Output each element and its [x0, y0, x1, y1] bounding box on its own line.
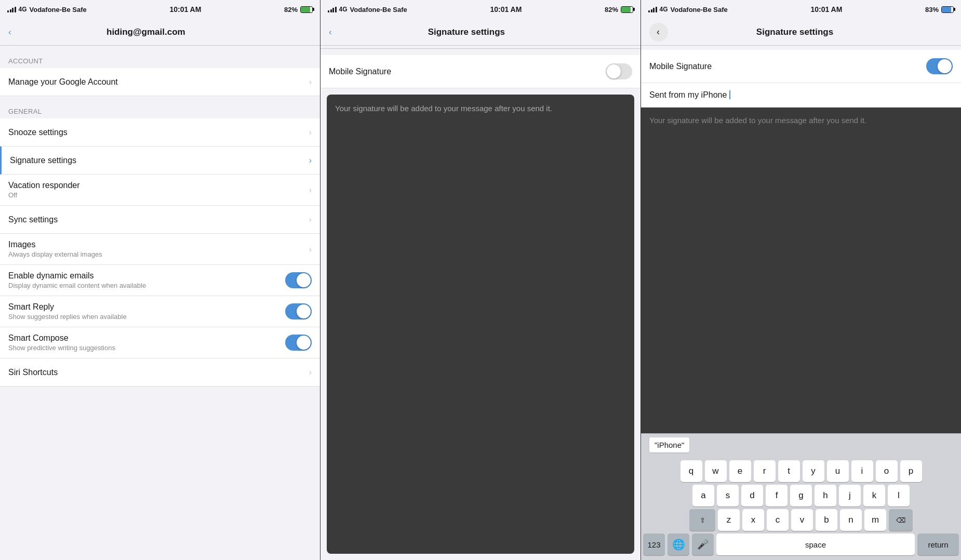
keyboard-row-1: q w e r t y u i o p [643, 460, 959, 482]
settings-item-smart-reply: Smart Reply Show suggested replies when … [0, 296, 320, 327]
toggle-mobile-signature-3[interactable] [926, 58, 953, 74]
page-title-3: Signature settings [668, 27, 922, 37]
page-title-1: hiding@gmail.com [11, 27, 281, 37]
key-l[interactable]: l [888, 485, 910, 506]
key-space[interactable]: space [716, 534, 915, 555]
key-i[interactable]: i [851, 460, 873, 482]
key-o[interactable]: o [876, 460, 898, 482]
panel-account-settings: 4G Vodafone-Be Safe 10:01 AM 82% ‹ hidin… [0, 0, 321, 560]
settings-item-snooze[interactable]: Snooze settings › [0, 118, 320, 146]
settings-subtitle-smart-compose: Show predictive writing suggestions [8, 344, 285, 352]
battery-percent-2: 82% [605, 6, 618, 14]
keyboard-row-2: a s d f g h j k l [643, 485, 959, 506]
chevron-icon-siri: › [309, 368, 312, 377]
chevron-icon-sync: › [309, 215, 312, 224]
key-b[interactable]: b [816, 509, 837, 531]
key-a[interactable]: a [692, 485, 714, 506]
settings-item-vacation[interactable]: Vacation responder Off › [0, 175, 320, 206]
mobile-signature-row-2: Mobile Signature [321, 55, 640, 88]
key-h[interactable]: h [815, 485, 836, 506]
panel-signature-off: 4G Vodafone-Be Safe 10:01 AM 82% ‹ Signa… [321, 0, 641, 560]
settings-subtitle-vacation: Off [8, 191, 309, 199]
settings-subtitle-images: Always display external images [8, 250, 309, 258]
chevron-icon-signature: › [309, 156, 312, 165]
key-v[interactable]: v [791, 509, 813, 531]
time-1: 10:01 AM [169, 5, 201, 14]
key-numbers[interactable]: 123 [643, 534, 665, 555]
settings-list-1: Account Manage your Google Account › Gen… [0, 46, 320, 560]
keyboard: q w e r t y u i o p a s d f g h j k [641, 456, 961, 560]
key-shift[interactable]: ⇧ [689, 509, 715, 531]
section-header-account: Account [0, 46, 320, 68]
key-x[interactable]: x [742, 509, 764, 531]
key-globe[interactable]: 🌐 [668, 534, 689, 555]
mobile-signature-label-3: Mobile Signature [649, 62, 712, 71]
key-j[interactable]: j [839, 485, 861, 506]
back-arrow-3: ‹ [657, 26, 660, 37]
signature-placeholder-3: Your signature will be added to your mes… [641, 108, 961, 433]
nav-header-2: ‹ Signature settings [321, 19, 640, 46]
key-e[interactable]: e [729, 460, 751, 482]
signature-text-value: Sent from my iPhone [649, 90, 727, 99]
panel-signature-on: 4G Vodafone-Be Safe 10:01 AM 83% ‹ Signa… [641, 0, 961, 560]
key-c[interactable]: c [767, 509, 789, 531]
key-y[interactable]: y [803, 460, 824, 482]
carrier-3: Vodafone-Be Safe [671, 6, 728, 14]
back-button-circle-3[interactable]: ‹ [649, 23, 668, 42]
signal-icon-1 [7, 7, 16, 12]
key-microphone[interactable]: 🎤 [692, 534, 714, 555]
settings-item-sync[interactable]: Sync settings › [0, 206, 320, 234]
settings-item-siri[interactable]: Siri Shortcuts › [0, 358, 320, 386]
signal-icon-2 [328, 7, 337, 12]
key-f[interactable]: f [766, 485, 788, 506]
settings-item-images[interactable]: Images Always display external images › [0, 234, 320, 265]
autocomplete-suggestion[interactable]: "iPhone" [649, 437, 689, 452]
settings-title-signature: Signature settings [10, 156, 309, 165]
settings-title-siri: Siri Shortcuts [8, 368, 309, 377]
signature-text-input-row[interactable]: Sent from my iPhone [641, 83, 961, 108]
keyboard-row-3: ⇧ z x c v b n m ⌫ [643, 509, 959, 531]
key-p[interactable]: p [900, 460, 922, 482]
settings-title-vacation: Vacation responder [8, 181, 309, 190]
key-w[interactable]: w [705, 460, 727, 482]
key-q[interactable]: q [680, 460, 702, 482]
settings-item-manage-account[interactable]: Manage your Google Account › [0, 68, 320, 96]
settings-title-manage: Manage your Google Account [8, 77, 309, 87]
key-u[interactable]: u [827, 460, 849, 482]
toggle-mobile-signature-2[interactable] [606, 63, 632, 79]
battery-percent-1: 82% [284, 6, 298, 14]
key-d[interactable]: d [741, 485, 763, 506]
settings-title-snooze: Snooze settings [8, 128, 309, 137]
battery-icon-3 [941, 6, 954, 13]
key-m[interactable]: m [864, 509, 886, 531]
separator-3 [641, 46, 961, 50]
page-title-2: Signature settings [332, 27, 601, 37]
key-s[interactable]: s [717, 485, 739, 506]
key-r[interactable]: r [754, 460, 776, 482]
key-g[interactable]: g [790, 485, 812, 506]
settings-item-signature[interactable]: Signature settings › [0, 146, 320, 175]
key-t[interactable]: t [778, 460, 800, 482]
mobile-signature-label-2: Mobile Signature [329, 67, 391, 76]
settings-title-images: Images [8, 240, 309, 249]
nav-header-1: ‹ hiding@gmail.com [0, 19, 320, 46]
settings-title-dynamic: Enable dynamic emails [8, 271, 285, 281]
key-return[interactable]: return [917, 534, 959, 555]
toggle-smart-reply[interactable] [285, 303, 312, 319]
signature-placeholder-text-3: Your signature will be added to your mes… [649, 116, 866, 125]
signature-placeholder-text-2: Your signature will be added to your mes… [335, 104, 552, 113]
key-k[interactable]: k [863, 485, 885, 506]
autocomplete-bar: "iPhone" [641, 433, 961, 456]
signature-content-3: Mobile Signature Sent from my iPhone You… [641, 46, 961, 560]
battery-icon-2 [621, 6, 633, 13]
key-z[interactable]: z [718, 509, 740, 531]
key-delete[interactable]: ⌫ [889, 509, 913, 531]
settings-title-smart-compose: Smart Compose [8, 334, 285, 343]
key-n[interactable]: n [840, 509, 862, 531]
network-type-2: 4G [339, 6, 348, 13]
settings-item-dynamic: Enable dynamic emails Display dynamic em… [0, 265, 320, 296]
toggle-smart-compose[interactable] [285, 335, 312, 351]
carrier-2: Vodafone-Be Safe [350, 6, 407, 14]
network-type-1: 4G [19, 6, 27, 13]
toggle-dynamic[interactable] [285, 272, 312, 288]
